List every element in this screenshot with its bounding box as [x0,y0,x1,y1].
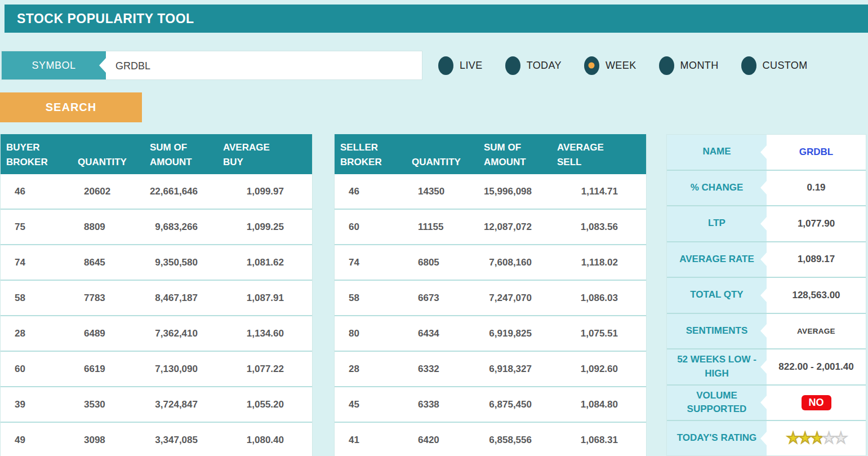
sum-of-amount-column-header: SUM OF AMOUNT [144,134,223,174]
quantity-cell: 6434 [412,316,478,351]
summary-label: VOLUME SUPPORTED [667,386,767,420]
broker-cell: 60 [335,209,412,245]
average-cell: 1,114.71 [557,174,646,209]
summary-row-sentiments: SENTIMENTS AVERAGE [667,313,866,349]
table-row: 75 8809 9,683,266 1,099.25 [1,209,312,245]
sum-cell: 7,362,410 [144,316,223,351]
summary-value: AVERAGE [767,314,866,349]
seller-broker-column-header: SELLER BROKER [335,134,412,174]
quantity-cell: 6332 [412,351,478,387]
summary-row-average-rate: AVERAGE RATE 1,089.17 [667,241,866,277]
average-cell: 1,099.97 [223,174,312,209]
period-label: CUSTOM [763,60,808,72]
symbol-field: SYMBOL [1,51,422,80]
quantity-column-header: QUANTITY [78,134,144,174]
star-rating: ★★★★★ [767,421,866,456]
broker-cell: 75 [1,209,78,245]
symbol-input[interactable] [106,51,422,81]
table-row: 46 20602 22,661,646 1,099.97 [1,174,312,209]
sum-cell: 7,130,090 [144,351,223,387]
average-sell-column-header: AVERAGE SELL [557,134,646,174]
page-title: STOCK POPULARITY TOOL [5,11,194,26]
table-row: 49 3098 3,347,085 1,080.40 [1,422,312,456]
average-cell: 1,092.60 [557,351,646,387]
period-option-month[interactable]: MONTH [659,56,719,75]
summary-value: NO [767,386,866,420]
summary-label: TODAY'S RATING [667,421,767,456]
table-row: 39 3530 3,724,847 1,055.20 [1,387,312,422]
average-cell: 1,134.60 [223,316,312,351]
average-cell: 1,118.02 [557,245,646,280]
average-cell: 1,087.91 [223,280,312,316]
broker-cell: 28 [1,316,78,351]
broker-cell: 39 [1,387,78,422]
average-cell: 1,083.56 [557,209,646,245]
average-cell: 1,080.40 [223,422,312,456]
summary-label: % CHANGE [667,171,767,206]
table-row: 45 6338 6,875,450 1,084.80 [335,387,646,422]
summary-label: SENTIMENTS [667,314,767,349]
stock-popularity-tool-page: STOCK POPULARITY TOOL SYMBOL LIVE TODAY … [0,0,868,456]
quantity-cell: 6619 [78,351,144,387]
sum-cell: 6,858,556 [478,422,557,456]
broker-cell: 28 [335,351,412,387]
average-cell: 1,099.25 [223,209,312,245]
broker-cell: 46 [1,174,78,209]
average-cell: 1,068.31 [557,422,646,456]
seller-table-header-row: SELLER BROKER QUANTITY SUM OF AMOUNT AVE… [335,134,646,174]
period-option-week[interactable]: WEEK [584,56,636,75]
summary-row-name: NAME GRDBL [667,135,866,170]
broker-cell: 58 [335,280,412,316]
summary-label: LTP [667,206,767,241]
period-label: TODAY [527,60,562,72]
radio-dot-icon [589,63,595,69]
quantity-cell: 6420 [412,422,478,456]
table-row: 58 7783 8,467,187 1,087.91 [1,280,312,316]
summary-row-todays-rating: TODAY'S RATING ★★★★★ [667,420,866,456]
summary-row-volume-supported: VOLUME SUPPORTED NO [667,384,866,420]
quantity-cell: 7783 [78,280,144,316]
broker-cell: 60 [1,351,78,387]
summary-value: 0.19 [767,171,866,206]
volume-supported-badge: NO [802,395,831,410]
period-label: LIVE [460,60,483,72]
summary-row-total-qty: TOTAL QTY 128,563.00 [667,277,866,313]
buyer-broker-table: BUYER BROKER QUANTITY SUM OF AMOUNT AVER… [0,134,313,456]
sum-cell: 3,724,847 [144,387,223,422]
broker-cell: 80 [335,316,412,351]
broker-cell: 74 [335,245,412,280]
period-label: WEEK [606,60,636,72]
seller-broker-table: SELLER BROKER QUANTITY SUM OF AMOUNT AVE… [334,134,647,456]
quantity-cell: 20602 [78,174,144,209]
table-row: 74 6805 7,608,160 1,118.02 [335,245,646,280]
period-option-custom[interactable]: CUSTOM [741,56,808,75]
quantity-cell: 11155 [412,209,478,245]
sum-cell: 8,467,187 [144,280,223,316]
average-cell: 1,084.80 [557,387,646,422]
sum-cell: 7,608,160 [478,245,557,280]
summary-value: 128,563.00 [767,278,866,313]
sentiment-value: AVERAGE [797,327,835,335]
stock-name-link[interactable]: GRDBL [799,147,833,158]
table-row: 28 6489 7,362,410 1,134.60 [1,316,312,351]
broker-cell: 74 [1,245,78,280]
buyer-broker-column-header: BUYER BROKER [1,134,78,174]
table-row: 58 6673 7,247,070 1,086.03 [335,280,646,316]
sum-of-amount-column-header: SUM OF AMOUNT [478,134,557,174]
quantity-cell: 6805 [412,245,478,280]
radio-icon [584,56,599,75]
table-row: 74 8645 9,350,580 1,081.62 [1,245,312,280]
summary-row-ltp: LTP 1,077.90 [667,205,866,241]
sum-cell: 9,683,266 [144,209,223,245]
quantity-cell: 3530 [78,387,144,422]
broker-cell: 58 [1,280,78,316]
period-option-live[interactable]: LIVE [438,56,483,75]
search-button[interactable]: SEARCH [0,92,142,122]
sum-cell: 6,918,327 [478,351,557,387]
average-cell: 1,075.51 [557,316,646,351]
period-option-today[interactable]: TODAY [505,56,562,75]
average-cell: 1,081.62 [223,245,312,280]
table-row: 60 6619 7,130,090 1,077.22 [1,351,312,387]
quantity-column-header: QUANTITY [412,134,478,174]
summary-value: 1,077.90 [767,206,866,241]
